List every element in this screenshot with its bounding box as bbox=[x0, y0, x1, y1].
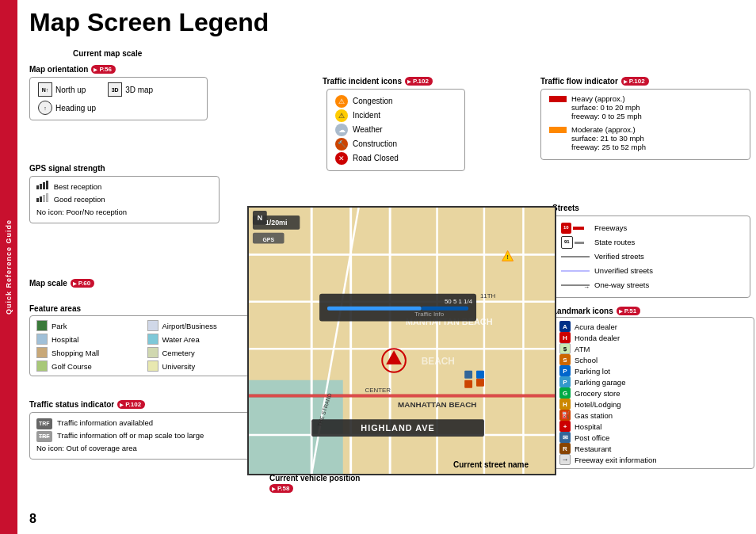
sidebar-bar: Quick Reference Guide bbox=[0, 0, 17, 534]
water-color bbox=[147, 334, 158, 345]
incident-weather: ☁ Weather bbox=[335, 123, 456, 137]
park-color bbox=[36, 320, 48, 331]
svg-rect-26 bbox=[476, 371, 484, 379]
feature-airport: Airport/Business bbox=[147, 320, 254, 331]
trf-no-icon: No icon: Out of coverage area bbox=[36, 442, 254, 455]
feature-hospital: Hospital bbox=[36, 334, 143, 345]
page-number: 8 bbox=[29, 512, 36, 526]
traffic-incident-ref: P.102 bbox=[405, 77, 433, 86]
lm-atm: $ ATM bbox=[559, 343, 747, 354]
landmark-section-label: Landmark icons P.51 bbox=[552, 307, 640, 315]
svg-text:BEACH: BEACH bbox=[422, 356, 455, 367]
map-scale-ref: P.60 bbox=[71, 279, 94, 288]
map-orientation-box: N↑ North up ↑ Heading up 3D 3D map bbox=[29, 77, 208, 120]
svg-text:Traffic Info: Traffic Info bbox=[414, 311, 445, 318]
current-map-scale-label: Current map scale bbox=[73, 49, 142, 58]
streets-section-label: Streets bbox=[552, 204, 579, 212]
traffic-flow-section-label: Traffic flow indicator P.102 bbox=[540, 77, 649, 86]
incident-incident: ⚠ Incident bbox=[335, 109, 456, 123]
map-orientation-section: Map orientation P.56 N↑ North up ↑ Headi… bbox=[29, 65, 208, 120]
svg-rect-25 bbox=[464, 371, 472, 379]
svg-rect-38 bbox=[327, 307, 422, 311]
svg-text:CENTER: CENTER bbox=[365, 387, 391, 394]
current-street-label: Current street name bbox=[453, 460, 529, 469]
lm-honda: H Honda dealer bbox=[559, 332, 747, 343]
state-line bbox=[575, 242, 584, 244]
map-area: MANHATTAN BEACH MANHATTAN BEACH BEACH 11… bbox=[247, 206, 556, 475]
flow-moderate: Moderate (approx.)surface: 21 to 30 mphf… bbox=[549, 125, 742, 151]
street-freeway: 10 Freeways bbox=[561, 221, 742, 235]
map-orientation-label: Map orientation P.56 bbox=[29, 65, 208, 74]
landmarks-box: A Acura dealer H Honda dealer $ ATM S Sc… bbox=[552, 317, 754, 469]
feature-golf: Golf Course bbox=[36, 360, 143, 372]
hospital-icon: + bbox=[559, 421, 571, 432]
lm-freeway-exit: → Freeway exit information bbox=[559, 454, 747, 465]
svg-text:1/20mi: 1/20mi bbox=[265, 219, 288, 227]
3d-map-icon: 3D bbox=[108, 82, 122, 97]
congestion-icon: ⚠ bbox=[335, 95, 348, 108]
post-office-icon: ✉ bbox=[559, 432, 571, 443]
restaurant-icon: R bbox=[559, 443, 571, 454]
street-oneway: → One-way streets bbox=[561, 278, 742, 292]
university-color bbox=[147, 360, 158, 372]
svg-rect-23 bbox=[464, 380, 472, 388]
north-up-icon: N↑ bbox=[38, 82, 52, 97]
parking-garage-icon: P bbox=[559, 376, 571, 387]
lm-gas: ⛽ Gas station bbox=[559, 410, 747, 421]
incident-construction: 🔨 Construction bbox=[335, 137, 456, 151]
golf-color bbox=[36, 360, 48, 372]
street-unverified: Unverified streets bbox=[561, 264, 742, 278]
traffic-flow-ref: P.102 bbox=[621, 77, 649, 86]
freeway-badge-wrap: 10 bbox=[561, 223, 590, 233]
school-icon: S bbox=[559, 354, 571, 365]
north-up-item: N↑ North up bbox=[38, 82, 96, 97]
parking-lot-icon: P bbox=[559, 365, 571, 376]
street-state: 91 State routes bbox=[561, 235, 742, 250]
vehicle-position-ref: P.58 bbox=[269, 484, 293, 493]
feature-university: University bbox=[147, 360, 254, 372]
heading-up-item: ↑ Heading up bbox=[38, 101, 96, 115]
feature-areas-box: Park Airport/Business Hospital Water Are… bbox=[29, 315, 261, 376]
svg-text:GPS: GPS bbox=[262, 237, 274, 242]
traffic-status-label-section: Traffic status indicator P.102 bbox=[29, 400, 145, 409]
traffic-incident-section-label: Traffic incident icons P.102 bbox=[323, 77, 433, 86]
hospital-color bbox=[36, 334, 48, 345]
gas-icon: ⛽ bbox=[559, 410, 571, 421]
lm-acura: A Acura dealer bbox=[559, 321, 747, 332]
heading-up-icon: ↑ bbox=[38, 101, 52, 115]
incident-icon: ⚠ bbox=[335, 109, 348, 122]
lm-post-office: ✉ Post office bbox=[559, 432, 747, 443]
airport-color bbox=[147, 320, 158, 331]
streets-box: 10 Freeways 91 State routes Verified str… bbox=[552, 216, 750, 298]
orient-col2: 3D 3D map bbox=[108, 82, 153, 115]
feature-cemetery: Cemetery bbox=[147, 347, 254, 358]
svg-rect-24 bbox=[476, 379, 484, 387]
gps-good: Good reception bbox=[36, 193, 212, 206]
svg-text:50  5  1  1/4: 50 5 1 1/4 bbox=[445, 298, 473, 305]
svg-text:N: N bbox=[258, 214, 262, 222]
freeway-badge: 10 bbox=[561, 223, 571, 233]
unverified-line bbox=[561, 270, 590, 272]
map-scale-label: Map scale P.60 bbox=[29, 279, 94, 288]
acura-icon: A bbox=[559, 321, 571, 332]
sidebar-text: Quick Reference Guide bbox=[5, 219, 13, 315]
feature-areas-label: Feature areas bbox=[29, 304, 81, 313]
svg-text:MANHATTAN BEACH: MANHATTAN BEACH bbox=[398, 400, 476, 409]
svg-rect-39 bbox=[422, 307, 468, 311]
verified-line bbox=[561, 256, 590, 257]
traffic-incident-box: ⚠ Congestion ⚠ Incident ☁ Weather 🔨 Cons… bbox=[326, 89, 465, 171]
freeway-line bbox=[573, 227, 584, 230]
svg-text:!: ! bbox=[506, 254, 508, 260]
trf-badge-off: TRF bbox=[36, 431, 52, 442]
lm-school: S School bbox=[559, 354, 747, 365]
traffic-status-box: TRF Traffic information availabled TRF T… bbox=[29, 412, 261, 460]
state-badge-wrap: 91 bbox=[561, 236, 590, 248]
road-closed-icon: ✕ bbox=[335, 152, 348, 165]
feature-water: Water Area bbox=[147, 334, 254, 345]
svg-text:11TH: 11TH bbox=[480, 292, 496, 299]
orient-col1: N↑ North up ↑ Heading up bbox=[38, 82, 96, 115]
freeway-exit-icon: → bbox=[559, 454, 571, 465]
map-orientation-ref: P.56 bbox=[91, 65, 115, 74]
gps-no-icon: No icon: Poor/No reception bbox=[36, 206, 212, 219]
map-svg: MANHATTAN BEACH MANHATTAN BEACH BEACH 11… bbox=[249, 208, 555, 475]
